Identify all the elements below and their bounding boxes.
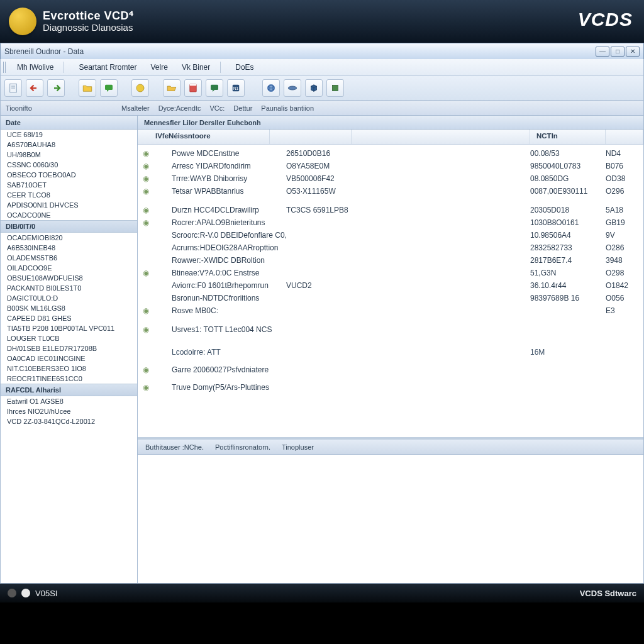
row-icon: ◉ <box>138 306 154 315</box>
footer-right-label: VCDS Sdtwarc <box>580 589 636 598</box>
cell-nctin: 51,G3N <box>530 269 606 277</box>
sidebar-item[interactable]: NIT.C10EBERS3EO 1IO8 <box>1 364 137 374</box>
table-row[interactable]: ◉Trrre:WAYB DhiborrisyVB500006F4208.0850… <box>138 172 643 185</box>
svg-rect-7 <box>211 84 218 89</box>
col-header-nctin[interactable]: NCTIn <box>530 130 606 144</box>
sidebar-item[interactable]: DH/01SEB E1LED7R17208B <box>1 343 137 353</box>
cell-nctin: 08.0850DG <box>530 174 606 183</box>
sidebar-item[interactable]: VCD 2Z-03-841QCd-L20012 <box>1 416 137 426</box>
table-row[interactable]: ◉Btineae:V?A.0:0C Enstrse51,G3NO298 <box>138 267 643 279</box>
sidebar-item[interactable]: Eatwril O1 AGSE8 <box>1 396 137 406</box>
table-row[interactable]: ◉Powve MDCEnsttne26510D0B1600.08/53ND4 <box>138 147 643 160</box>
chat-blue-icon[interactable] <box>206 79 223 97</box>
sidebar-item[interactable]: UCE 68I/19 <box>1 130 137 140</box>
subheader-item-4[interactable]: Paunalis bantiion <box>261 104 314 112</box>
sidebar-item[interactable]: SAB710OET <box>1 180 137 190</box>
cell-name: Rosve MB0C: <box>154 306 286 315</box>
sidebar-list: UCE 68I/19A6S70BAUHA8UH/98B0MCSSNC 0060/… <box>1 130 137 583</box>
sidebar-item[interactable]: Ihrces NIO2U/hUcee <box>1 406 137 416</box>
table-row[interactable]: ◉Truve Domy(P5/Ars-Pluttines <box>138 381 643 394</box>
sidebar-item[interactable]: OBSECO TOEBO0AD <box>1 170 137 180</box>
cell-code: 5A18 <box>606 206 643 214</box>
sidebar-item[interactable]: REOCR1TINEE6S1CC0 <box>1 374 137 384</box>
tube-icon[interactable] <box>284 79 301 97</box>
folder-yellow-icon[interactable] <box>79 79 96 97</box>
brand-banner: Evcrottice VCD⁴ Diagnossic Dlanosias VCD… <box>0 0 644 43</box>
table-row[interactable]: Scroorc:R-V.0 DBEIDefonfiare C0, 0768698… <box>138 229 643 242</box>
sidebar-item[interactable]: TIA5TB P208 10BP00TAL VPC011 <box>1 323 137 333</box>
sidebar-group-label: DIB/0IT/0 <box>1 220 137 233</box>
sidebar-item[interactable]: A6B530INEB48 <box>1 243 137 253</box>
sidebar-item[interactable]: OCADEMIOBI820 <box>1 233 137 243</box>
cell-nctin: 10.98506A4 <box>530 231 606 240</box>
sidebar-item[interactable]: CSSNC 0060/30 <box>1 160 137 170</box>
chat-green-icon[interactable] <box>100 79 118 97</box>
brand-text: Evcrottice VCD⁴ Diagnossic Dlanosias <box>43 10 134 33</box>
table-row[interactable]: ◉Durzn HCC4DCLDrawilirpTC3CS 6591LPB8203… <box>138 204 643 216</box>
cell-name: Durzn HCC4DCLDrawilirp <box>154 206 286 214</box>
sidebar-item[interactable]: DAGICT0ULO:D <box>1 293 137 303</box>
cell-name: Bsronun-NDTDCfroriitions <box>154 294 286 303</box>
table-row[interactable]: ◉Usrves1: TOTT L1ec004 NCS <box>138 323 643 336</box>
folder-open-icon[interactable] <box>163 79 180 97</box>
menu-item-0[interactable]: Mh lWolive <box>11 61 60 74</box>
cell-code: O056 <box>606 294 643 303</box>
globe-icon[interactable] <box>262 79 280 97</box>
subheader-item-0[interactable]: Msalteler <box>121 104 150 112</box>
table-row[interactable]: ◉Rocrer:APALO9Bnieterituns1030B8O0161GB1… <box>138 216 643 229</box>
table-row[interactable]: Bsronun-NDTDCfroriitions98397689B 16O056 <box>138 292 643 304</box>
bottom-tab-1[interactable]: Poctiflinsronatorn. <box>215 443 270 451</box>
close-button[interactable]: ✕ <box>626 47 640 57</box>
sidebar-item[interactable]: OILADCOO9E <box>1 263 137 273</box>
menu-item-3[interactable]: Vk Biner <box>175 61 216 74</box>
table-row[interactable]: ◉Garre 20060027Psfvdniatere <box>138 364 643 376</box>
table-row[interactable]: Aviorrc:F0 1601tBrhepomrunVUCD236.10.4r4… <box>138 279 643 292</box>
sidebar-item[interactable]: OCADCO0NE <box>1 210 137 220</box>
arrow-green-icon[interactable] <box>47 79 65 97</box>
sphere-yellow-icon[interactable] <box>131 79 149 97</box>
subheader-item-2[interactable]: VCc: <box>210 104 225 112</box>
cell-name: Truve Domy(P5/Ars-Pluttines <box>154 383 269 392</box>
svg-rect-3 <box>105 84 113 89</box>
table-row[interactable]: ◉Arresc YIDARDfondirimO8YA58E0M9850040L0… <box>138 160 643 172</box>
sidebar-item[interactable]: PACKANTD BI0LES1T0 <box>1 283 137 293</box>
cell-nctin: 20305D018 <box>530 206 606 214</box>
sidebar-item[interactable]: CAPEED D81 GHES <box>1 313 137 323</box>
square-icon[interactable] <box>326 79 344 97</box>
menu-item-2[interactable]: Velre <box>145 61 174 74</box>
col-header-last[interactable] <box>606 130 643 144</box>
bottom-tab-2[interactable]: Tinopluser <box>282 443 314 451</box>
minimize-button[interactable]: — <box>596 47 609 57</box>
badge-icon[interactable]: N1 <box>227 79 245 97</box>
col-header-value[interactable] <box>270 130 352 144</box>
table-row[interactable]: ◉Rosve MB0C:E3 <box>138 304 643 317</box>
table-row[interactable]: Rowwer:-XWIDC DBRoltion2817B6E7.43948 <box>138 254 643 267</box>
book-icon[interactable] <box>184 79 202 97</box>
table-row[interactable]: ◉Tetsar WPABBtanriusO53·X11165W0087,00E9… <box>138 185 643 197</box>
sidebar-item[interactable]: OLADEMS5TB6 <box>1 253 137 263</box>
sidebar-item[interactable]: LOUGER TL0CB <box>1 333 137 343</box>
sidebar-item[interactable]: UH/98B0M <box>1 150 137 160</box>
subheader-item-3[interactable]: Dettur <box>233 104 252 112</box>
bottom-tabs: Buthitauser :NChe. Poctiflinsronatorn. T… <box>138 440 643 455</box>
col-header-name[interactable]: IVfeNéissntoore <box>138 130 270 144</box>
sidebar-item[interactable]: B00SK ML16LGS8 <box>1 303 137 313</box>
cell-value: VUCD2 <box>286 281 368 290</box>
doc-icon[interactable] <box>4 79 22 97</box>
sidebar-item[interactable]: A6S70BAUHA8 <box>1 140 137 150</box>
sidebar-item[interactable]: OBSUE108AWDFUEIS8 <box>1 273 137 283</box>
cell-name: Arresc YIDARDfondirim <box>154 162 286 170</box>
sidebar-item[interactable]: CEER TLCO8 <box>1 190 137 200</box>
arrow-red-icon[interactable] <box>26 79 43 97</box>
cell-code: 9V <box>606 231 643 240</box>
svg-rect-12 <box>333 85 338 91</box>
menu-item-4[interactable]: DoEs <box>229 61 260 74</box>
menu-item-1[interactable]: Seartant Rromter <box>72 61 143 74</box>
subheader-item-1[interactable]: Dyce:Acendtc <box>158 104 201 112</box>
cube-icon[interactable] <box>305 79 323 97</box>
sidebar-item[interactable]: OA0CAD IEC01INCGINE <box>1 353 137 364</box>
table-row[interactable]: Acrurns:HDEOlG28AARropttion2832582733O28… <box>138 242 643 254</box>
maximize-button[interactable]: □ <box>611 47 625 57</box>
sidebar-item[interactable]: APDISO0NI1 DHVCES <box>1 200 137 210</box>
bottom-tab-0[interactable]: Buthitauser :NChe. <box>145 443 204 451</box>
